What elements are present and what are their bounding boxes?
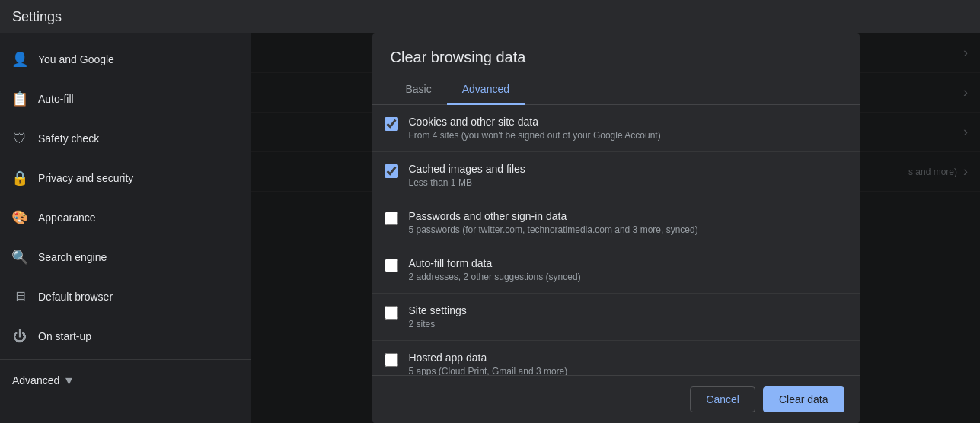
checkbox-item-hosted-app: Hosted app data 5 apps (Cloud Print, Gma… bbox=[372, 341, 860, 375]
palette-icon: 🎨 bbox=[12, 210, 27, 225]
dialog-title: Clear browsing data bbox=[391, 49, 841, 66]
item-text-cached: Cached images and files Less than 1 MB bbox=[409, 163, 525, 188]
item-subtitle-autofill: 2 addresses, 2 other suggestions (synced… bbox=[409, 272, 581, 282]
checkbox-item-cookies: Cookies and other site data From 4 sites… bbox=[372, 105, 860, 152]
item-subtitle-cookies: From 4 sites (you won't be signed out of… bbox=[409, 130, 661, 141]
clear-browsing-data-dialog: Clear browsing data Basic Advanced bbox=[372, 33, 860, 423]
item-title-passwords: Passwords and other sign-in data bbox=[409, 210, 698, 222]
topbar: Settings bbox=[0, 0, 980, 33]
item-title-cookies: Cookies and other site data bbox=[409, 116, 661, 128]
dialog-tabs: Basic Advanced bbox=[372, 75, 860, 105]
checkbox-passwords-input[interactable] bbox=[385, 212, 398, 225]
sidebar-item-on-startup[interactable]: ⏻ On start-up bbox=[0, 316, 251, 356]
sidebar-label-appearance: Appearance bbox=[38, 212, 96, 224]
checkbox-site-settings[interactable] bbox=[385, 306, 398, 323]
sidebar-item-default-browser[interactable]: 🖥 Default browser bbox=[0, 277, 251, 316]
checkbox-item-site-settings: Site settings 2 sites bbox=[372, 294, 860, 341]
shield-icon: 🛡 bbox=[12, 131, 27, 146]
checkbox-cached[interactable] bbox=[385, 164, 398, 181]
checkbox-cookies-input[interactable] bbox=[385, 117, 398, 131]
lock-icon: 🔒 bbox=[12, 170, 27, 186]
item-subtitle-hosted-app: 5 apps (Cloud Print, Gmail and 3 more) bbox=[409, 366, 568, 375]
item-title-cached: Cached images and files bbox=[409, 163, 525, 175]
checkbox-hosted-app-input[interactable] bbox=[385, 353, 398, 367]
checkbox-autofill-input[interactable] bbox=[385, 259, 398, 272]
dialog-body[interactable]: Cookies and other site data From 4 sites… bbox=[372, 105, 860, 375]
sidebar-label-safety-check: Safety check bbox=[38, 132, 99, 145]
sidebar-item-appearance[interactable]: 🎨 Appearance bbox=[0, 198, 251, 237]
cancel-button[interactable]: Cancel bbox=[690, 386, 755, 412]
power-icon: ⏻ bbox=[12, 329, 27, 344]
tab-advanced[interactable]: Advanced bbox=[447, 75, 525, 105]
sidebar-label-autofill: Auto-fill bbox=[38, 93, 74, 105]
item-title-hosted-app: Hosted app data bbox=[409, 351, 568, 364]
sidebar-advanced-section[interactable]: Advanced ▾ bbox=[0, 363, 251, 393]
tab-basic[interactable]: Basic bbox=[391, 75, 447, 105]
advanced-label: Advanced bbox=[12, 374, 59, 386]
checkbox-autofill[interactable] bbox=[385, 259, 398, 275]
sidebar-label-default-browser: Default browser bbox=[38, 291, 113, 303]
dialog-header: Clear browsing data bbox=[372, 33, 860, 75]
item-text-passwords: Passwords and other sign-in data 5 passw… bbox=[409, 210, 698, 235]
sidebar-label-on-startup: On start-up bbox=[38, 330, 91, 342]
person-icon: 👤 bbox=[12, 52, 27, 67]
item-subtitle-cached: Less than 1 MB bbox=[409, 177, 525, 188]
checkbox-item-autofill: Auto-fill form data 2 addresses, 2 other… bbox=[372, 246, 860, 294]
dialog-footer: Cancel Clear data bbox=[372, 375, 860, 423]
item-title-site-settings: Site settings bbox=[409, 304, 467, 316]
checkbox-site-settings-input[interactable] bbox=[385, 306, 398, 320]
sidebar-item-autofill[interactable]: 📋 Auto-fill bbox=[0, 79, 251, 119]
item-subtitle-passwords: 5 passwords (for twitter.com, technorati… bbox=[409, 224, 698, 235]
item-text-hosted-app: Hosted app data 5 apps (Cloud Print, Gma… bbox=[409, 351, 568, 375]
autofill-icon: 📋 bbox=[12, 91, 27, 107]
content-area: › › › s and more) › Clear browsing data … bbox=[251, 33, 980, 423]
checkbox-cached-input[interactable] bbox=[385, 164, 398, 178]
settings-title: Settings bbox=[12, 9, 62, 25]
sidebar: 👤 You and Google 📋 Auto-fill 🛡 Safety ch… bbox=[0, 33, 251, 423]
main-layout: 👤 You and Google 📋 Auto-fill 🛡 Safety ch… bbox=[0, 33, 980, 423]
sidebar-label-search-engine: Search engine bbox=[38, 251, 107, 263]
sidebar-label-you-and-google: You and Google bbox=[38, 53, 114, 65]
sidebar-label-privacy-security: Privacy and security bbox=[38, 172, 133, 184]
checkbox-passwords[interactable] bbox=[385, 212, 398, 228]
sidebar-divider bbox=[0, 359, 251, 360]
browser-icon: 🖥 bbox=[12, 289, 27, 304]
item-text-cookies: Cookies and other site data From 4 sites… bbox=[409, 116, 661, 141]
item-text-site-settings: Site settings 2 sites bbox=[409, 304, 467, 329]
dialog-backdrop: Clear browsing data Basic Advanced bbox=[251, 33, 980, 423]
checkbox-item-passwords: Passwords and other sign-in data 5 passw… bbox=[372, 199, 860, 246]
sidebar-item-search-engine[interactable]: 🔍 Search engine bbox=[0, 237, 251, 277]
clear-data-button[interactable]: Clear data bbox=[763, 386, 844, 412]
sidebar-item-you-and-google[interactable]: 👤 You and Google bbox=[0, 40, 251, 79]
item-subtitle-site-settings: 2 sites bbox=[409, 319, 467, 329]
item-title-autofill: Auto-fill form data bbox=[409, 257, 581, 269]
sidebar-item-privacy-security[interactable]: 🔒 Privacy and security bbox=[0, 158, 251, 198]
checkbox-hosted-app[interactable] bbox=[385, 353, 398, 370]
item-text-autofill: Auto-fill form data 2 addresses, 2 other… bbox=[409, 257, 581, 282]
chevron-down-icon: ▾ bbox=[65, 372, 72, 389]
search-icon: 🔍 bbox=[12, 250, 27, 265]
checkbox-item-cached: Cached images and files Less than 1 MB bbox=[372, 152, 860, 199]
checkbox-cookies[interactable] bbox=[385, 117, 398, 134]
sidebar-item-safety-check[interactable]: 🛡 Safety check bbox=[0, 119, 251, 158]
